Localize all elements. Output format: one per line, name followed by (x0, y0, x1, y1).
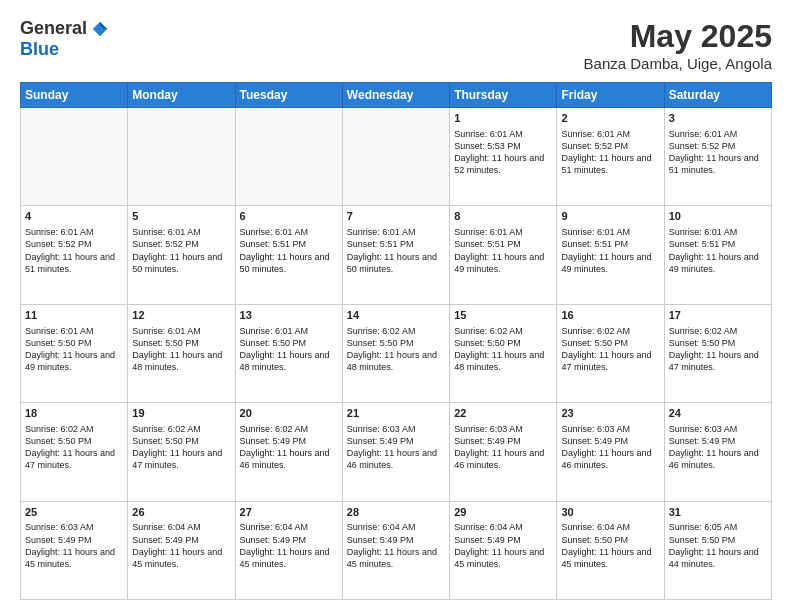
day-info: Sunrise: 6:01 AMSunset: 5:52 PMDaylight:… (669, 128, 767, 177)
calendar-body: 1Sunrise: 6:01 AMSunset: 5:53 PMDaylight… (21, 108, 772, 600)
day-number: 6 (240, 209, 338, 224)
day-number: 29 (454, 505, 552, 520)
calendar-cell: 6Sunrise: 6:01 AMSunset: 5:51 PMDaylight… (235, 206, 342, 304)
title-block: May 2025 Banza Damba, Uige, Angola (584, 18, 772, 72)
day-number: 14 (347, 308, 445, 323)
weekday-header-row: SundayMondayTuesdayWednesdayThursdayFrid… (21, 83, 772, 108)
calendar-cell: 7Sunrise: 6:01 AMSunset: 5:51 PMDaylight… (342, 206, 449, 304)
day-info: Sunrise: 6:01 AMSunset: 5:51 PMDaylight:… (561, 226, 659, 275)
day-info: Sunrise: 6:01 AMSunset: 5:50 PMDaylight:… (240, 325, 338, 374)
day-info: Sunrise: 6:01 AMSunset: 5:52 PMDaylight:… (132, 226, 230, 275)
calendar-cell: 25Sunrise: 6:03 AMSunset: 5:49 PMDayligh… (21, 501, 128, 599)
day-info: Sunrise: 6:01 AMSunset: 5:52 PMDaylight:… (561, 128, 659, 177)
day-info: Sunrise: 6:02 AMSunset: 5:50 PMDaylight:… (454, 325, 552, 374)
weekday-header-cell: Monday (128, 83, 235, 108)
calendar-cell: 5Sunrise: 6:01 AMSunset: 5:52 PMDaylight… (128, 206, 235, 304)
day-number: 4 (25, 209, 123, 224)
calendar-row: 11Sunrise: 6:01 AMSunset: 5:50 PMDayligh… (21, 304, 772, 402)
day-number: 10 (669, 209, 767, 224)
calendar-cell: 1Sunrise: 6:01 AMSunset: 5:53 PMDaylight… (450, 108, 557, 206)
day-info: Sunrise: 6:01 AMSunset: 5:53 PMDaylight:… (454, 128, 552, 177)
day-number: 28 (347, 505, 445, 520)
calendar-cell: 28Sunrise: 6:04 AMSunset: 5:49 PMDayligh… (342, 501, 449, 599)
calendar-cell: 9Sunrise: 6:01 AMSunset: 5:51 PMDaylight… (557, 206, 664, 304)
calendar-cell: 18Sunrise: 6:02 AMSunset: 5:50 PMDayligh… (21, 403, 128, 501)
day-number: 20 (240, 406, 338, 421)
calendar-cell (128, 108, 235, 206)
main-title: May 2025 (584, 18, 772, 55)
day-number: 21 (347, 406, 445, 421)
weekday-header-cell: Wednesday (342, 83, 449, 108)
day-number: 24 (669, 406, 767, 421)
calendar-cell: 17Sunrise: 6:02 AMSunset: 5:50 PMDayligh… (664, 304, 771, 402)
day-number: 13 (240, 308, 338, 323)
calendar-row: 18Sunrise: 6:02 AMSunset: 5:50 PMDayligh… (21, 403, 772, 501)
calendar-cell: 24Sunrise: 6:03 AMSunset: 5:49 PMDayligh… (664, 403, 771, 501)
calendar-cell: 3Sunrise: 6:01 AMSunset: 5:52 PMDaylight… (664, 108, 771, 206)
day-number: 18 (25, 406, 123, 421)
calendar-cell: 27Sunrise: 6:04 AMSunset: 5:49 PMDayligh… (235, 501, 342, 599)
day-number: 22 (454, 406, 552, 421)
day-info: Sunrise: 6:03 AMSunset: 5:49 PMDaylight:… (347, 423, 445, 472)
calendar-cell: 11Sunrise: 6:01 AMSunset: 5:50 PMDayligh… (21, 304, 128, 402)
calendar-cell (235, 108, 342, 206)
day-info: Sunrise: 6:03 AMSunset: 5:49 PMDaylight:… (25, 521, 123, 570)
day-info: Sunrise: 6:04 AMSunset: 5:49 PMDaylight:… (454, 521, 552, 570)
day-info: Sunrise: 6:05 AMSunset: 5:50 PMDaylight:… (669, 521, 767, 570)
calendar-cell: 10Sunrise: 6:01 AMSunset: 5:51 PMDayligh… (664, 206, 771, 304)
day-number: 31 (669, 505, 767, 520)
day-number: 16 (561, 308, 659, 323)
day-info: Sunrise: 6:01 AMSunset: 5:51 PMDaylight:… (669, 226, 767, 275)
day-number: 17 (669, 308, 767, 323)
calendar-cell: 22Sunrise: 6:03 AMSunset: 5:49 PMDayligh… (450, 403, 557, 501)
calendar-cell: 14Sunrise: 6:02 AMSunset: 5:50 PMDayligh… (342, 304, 449, 402)
calendar-cell: 12Sunrise: 6:01 AMSunset: 5:50 PMDayligh… (128, 304, 235, 402)
day-number: 7 (347, 209, 445, 224)
calendar-cell (21, 108, 128, 206)
calendar-cell: 20Sunrise: 6:02 AMSunset: 5:49 PMDayligh… (235, 403, 342, 501)
day-info: Sunrise: 6:02 AMSunset: 5:50 PMDaylight:… (347, 325, 445, 374)
day-info: Sunrise: 6:04 AMSunset: 5:50 PMDaylight:… (561, 521, 659, 570)
day-info: Sunrise: 6:01 AMSunset: 5:51 PMDaylight:… (347, 226, 445, 275)
day-number: 2 (561, 111, 659, 126)
calendar-cell: 2Sunrise: 6:01 AMSunset: 5:52 PMDaylight… (557, 108, 664, 206)
logo-icon (91, 20, 109, 38)
weekday-header-cell: Saturday (664, 83, 771, 108)
day-number: 19 (132, 406, 230, 421)
weekday-header-cell: Sunday (21, 83, 128, 108)
day-number: 25 (25, 505, 123, 520)
calendar-cell (342, 108, 449, 206)
header: General Blue May 2025 Banza Damba, Uige,… (20, 18, 772, 72)
subtitle: Banza Damba, Uige, Angola (584, 55, 772, 72)
logo-blue-text: Blue (20, 39, 59, 60)
day-info: Sunrise: 6:03 AMSunset: 5:49 PMDaylight:… (669, 423, 767, 472)
logo: General Blue (20, 18, 109, 60)
day-info: Sunrise: 6:04 AMSunset: 5:49 PMDaylight:… (347, 521, 445, 570)
weekday-header-cell: Tuesday (235, 83, 342, 108)
day-number: 23 (561, 406, 659, 421)
day-info: Sunrise: 6:03 AMSunset: 5:49 PMDaylight:… (454, 423, 552, 472)
day-number: 9 (561, 209, 659, 224)
calendar-cell: 29Sunrise: 6:04 AMSunset: 5:49 PMDayligh… (450, 501, 557, 599)
day-info: Sunrise: 6:02 AMSunset: 5:50 PMDaylight:… (25, 423, 123, 472)
day-number: 1 (454, 111, 552, 126)
day-number: 3 (669, 111, 767, 126)
day-number: 15 (454, 308, 552, 323)
calendar-cell: 23Sunrise: 6:03 AMSunset: 5:49 PMDayligh… (557, 403, 664, 501)
day-info: Sunrise: 6:01 AMSunset: 5:51 PMDaylight:… (240, 226, 338, 275)
calendar-cell: 13Sunrise: 6:01 AMSunset: 5:50 PMDayligh… (235, 304, 342, 402)
day-info: Sunrise: 6:04 AMSunset: 5:49 PMDaylight:… (240, 521, 338, 570)
day-number: 12 (132, 308, 230, 323)
day-info: Sunrise: 6:01 AMSunset: 5:50 PMDaylight:… (132, 325, 230, 374)
day-info: Sunrise: 6:02 AMSunset: 5:50 PMDaylight:… (132, 423, 230, 472)
page: General Blue May 2025 Banza Damba, Uige,… (0, 0, 792, 612)
day-info: Sunrise: 6:01 AMSunset: 5:51 PMDaylight:… (454, 226, 552, 275)
day-number: 8 (454, 209, 552, 224)
calendar-row: 25Sunrise: 6:03 AMSunset: 5:49 PMDayligh… (21, 501, 772, 599)
weekday-header-cell: Thursday (450, 83, 557, 108)
calendar-cell: 8Sunrise: 6:01 AMSunset: 5:51 PMDaylight… (450, 206, 557, 304)
day-number: 26 (132, 505, 230, 520)
day-info: Sunrise: 6:02 AMSunset: 5:49 PMDaylight:… (240, 423, 338, 472)
calendar-row: 4Sunrise: 6:01 AMSunset: 5:52 PMDaylight… (21, 206, 772, 304)
calendar-cell: 30Sunrise: 6:04 AMSunset: 5:50 PMDayligh… (557, 501, 664, 599)
